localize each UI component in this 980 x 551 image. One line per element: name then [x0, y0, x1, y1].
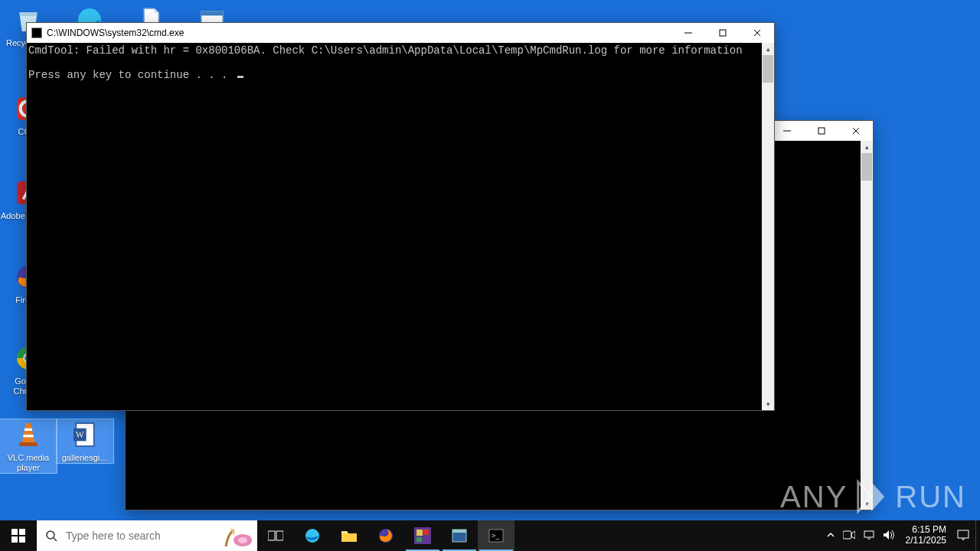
- svg-rect-18: [19, 529, 25, 535]
- svg-rect-16: [720, 30, 726, 36]
- svg-rect-19: [11, 536, 18, 543]
- anyrun-watermark: ANY RUN: [780, 479, 966, 514]
- search-icon: [37, 530, 66, 542]
- show-desktop-button[interactable]: [975, 520, 980, 551]
- clock-time: 6:15 PM: [906, 525, 946, 536]
- start-button[interactable]: [0, 520, 37, 551]
- vertical-scrollbar[interactable]: ▴ ▾: [861, 141, 873, 510]
- svg-text:W: W: [76, 430, 84, 440]
- scroll-track[interactable]: [861, 153, 873, 497]
- windows-icon: [11, 529, 25, 543]
- watermark-text: ANY: [780, 480, 848, 514]
- taskbar-app-word[interactable]: [404, 520, 441, 551]
- clock-date: 2/11/2025: [906, 536, 946, 546]
- folder-icon: [341, 528, 358, 543]
- svg-rect-2: [201, 11, 223, 16]
- cmd-icon: [31, 28, 42, 38]
- search-decoration-icon: [213, 520, 257, 551]
- svg-rect-15: [818, 128, 825, 134]
- network-icon: [863, 530, 875, 540]
- svg-rect-20: [19, 536, 25, 543]
- scroll-thumb[interactable]: [763, 55, 773, 83]
- maximize-button[interactable]: [804, 121, 838, 141]
- svg-rect-36: [843, 531, 851, 539]
- taskbar-app-explorer[interactable]: [331, 520, 368, 551]
- firefox-icon: [377, 527, 395, 545]
- svg-rect-37: [864, 531, 874, 537]
- taskbar: >_ 6:15 PM 2/11/2025: [0, 520, 980, 551]
- window-icon: [452, 529, 467, 543]
- svg-rect-9: [24, 429, 32, 431]
- terminal-icon: >_: [488, 529, 504, 543]
- scroll-up-button[interactable]: ▴: [762, 43, 774, 55]
- taskbar-search[interactable]: [37, 520, 257, 551]
- word-doc-icon: W: [70, 419, 100, 450]
- svg-point-21: [47, 531, 54, 539]
- taskbar-app-cmd[interactable]: >_: [478, 520, 514, 551]
- action-center-button[interactable]: [957, 529, 969, 543]
- system-tray: 6:15 PM 2/11/2025: [820, 520, 975, 551]
- maximize-button[interactable]: [705, 23, 740, 43]
- svg-text:>_: >_: [492, 532, 500, 540]
- tray-network[interactable]: [863, 530, 875, 543]
- taskbar-app-firefox[interactable]: [368, 520, 404, 551]
- app-icon: [414, 527, 431, 544]
- svg-rect-25: [276, 531, 283, 540]
- task-view-button[interactable]: [257, 520, 294, 551]
- taskbar-app-edge[interactable]: [294, 520, 331, 551]
- desktop-icon-label: VLC media player: [0, 453, 57, 473]
- search-input[interactable]: [66, 530, 213, 542]
- desktop-icon-vlc[interactable]: VLC media player: [0, 419, 57, 473]
- desktop-icon-label: galleriesgi…: [57, 453, 113, 463]
- svg-rect-31: [416, 537, 422, 542]
- speaker-icon: [883, 530, 895, 540]
- console-line: CmdTool: Failed with hr = 0x800106BA. Ch…: [28, 44, 743, 57]
- chevron-up-icon: [826, 530, 835, 540]
- taskbar-clock[interactable]: 6:15 PM 2/11/2025: [903, 525, 949, 546]
- tray-meet-now[interactable]: [843, 530, 855, 543]
- console-client-area[interactable]: CmdTool: Failed with hr = 0x800106BA. Ch…: [27, 43, 762, 410]
- taskview-icon: [268, 530, 283, 542]
- svg-rect-17: [11, 529, 18, 535]
- svg-rect-24: [268, 531, 275, 540]
- titlebar[interactable]: C:\WINDOWS\system32\cmd.exe: [27, 23, 774, 43]
- tray-overflow-button[interactable]: [826, 530, 835, 542]
- play-icon: [854, 479, 889, 514]
- svg-rect-33: [452, 530, 466, 533]
- svg-rect-30: [423, 530, 429, 535]
- svg-point-23: [238, 537, 247, 543]
- minimize-button[interactable]: [671, 23, 705, 43]
- svg-rect-38: [958, 530, 969, 538]
- scroll-thumb[interactable]: [861, 153, 872, 181]
- vertical-scrollbar[interactable]: ▴ ▾: [762, 43, 774, 410]
- window-title: C:\WINDOWS\system32\cmd.exe: [47, 28, 671, 38]
- notification-icon: [957, 529, 969, 541]
- svg-rect-11: [19, 442, 37, 446]
- camera-icon: [843, 530, 855, 540]
- vlc-icon: [13, 419, 44, 450]
- watermark-text: RUN: [895, 480, 966, 514]
- cmd-window[interactable]: C:\WINDOWS\system32\cmd.exe CmdTool: Fai…: [26, 22, 775, 411]
- close-button[interactable]: [740, 23, 774, 43]
- taskbar-app-window[interactable]: [441, 520, 478, 551]
- svg-point-26: [305, 529, 319, 543]
- scroll-up-button[interactable]: ▴: [861, 141, 873, 153]
- svg-rect-29: [416, 530, 423, 536]
- desktop-icon-galleries[interactable]: W galleriesgi…: [57, 419, 113, 463]
- edge-icon: [303, 527, 322, 545]
- svg-rect-10: [23, 435, 33, 437]
- tray-volume[interactable]: [883, 530, 895, 543]
- console-line: Press any key to continue . . .: [28, 69, 234, 81]
- close-button[interactable]: [838, 121, 873, 141]
- text-cursor: [237, 76, 243, 78]
- scroll-track[interactable]: [762, 55, 774, 398]
- scroll-down-button[interactable]: ▾: [762, 398, 774, 410]
